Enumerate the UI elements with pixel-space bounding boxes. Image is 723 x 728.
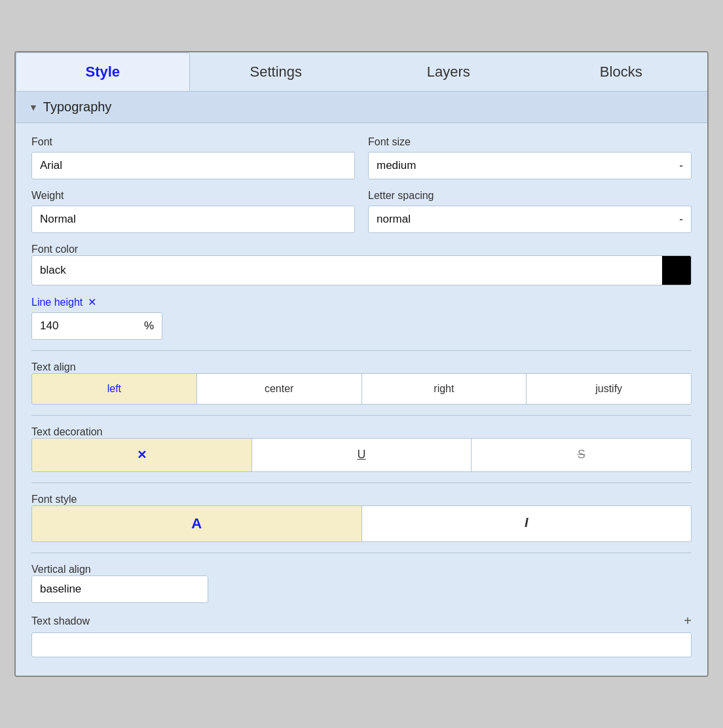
font-size-field-group: Font size medium - [368, 136, 692, 179]
font-label: Font [31, 136, 355, 148]
typography-content: Font Font size medium - Weight Letter sp… [16, 123, 707, 676]
tab-bar: Style Settings Layers Blocks [16, 52, 707, 92]
text-decoration-label: Text decoration [31, 426, 692, 438]
font-style-section: Font style A I [31, 494, 692, 542]
font-color-value: black [32, 257, 662, 283]
divider-2 [31, 415, 692, 416]
section-arrow-icon: ▼ [29, 102, 38, 113]
line-height-label-row: Line height ✕ [31, 296, 692, 308]
deco-strikethrough-button[interactable]: S [472, 439, 691, 471]
line-height-input[interactable]: 140 % [31, 312, 162, 340]
line-height-clear-button[interactable]: ✕ [88, 296, 96, 308]
text-align-label: Text align [31, 361, 692, 373]
vertical-align-section: Vertical align [31, 564, 692, 603]
font-size-value: medium [377, 159, 416, 172]
font-row: Font Font size medium - [31, 136, 692, 179]
tab-settings[interactable]: Settings [190, 53, 363, 91]
align-left-button[interactable]: left [32, 374, 197, 404]
text-shadow-section: Text shadow + [31, 613, 692, 657]
divider-4 [31, 553, 692, 553]
text-shadow-label: Text shadow [31, 615, 90, 627]
text-decoration-buttons: ✕ U S [31, 438, 692, 472]
deco-none-button[interactable]: ✕ [32, 439, 252, 471]
align-justify-button[interactable]: justify [527, 374, 691, 404]
font-color-label: Font color [31, 244, 692, 255]
letter-spacing-input[interactable]: normal - [368, 206, 692, 233]
font-style-label: Font style [31, 494, 692, 505]
align-center-button[interactable]: center [197, 374, 362, 404]
font-field-group: Font [31, 136, 355, 179]
font-style-normal-button[interactable]: A [32, 506, 362, 541]
weight-input[interactable] [31, 206, 355, 233]
color-swatch[interactable] [662, 256, 691, 285]
text-shadow-header: Text shadow + [31, 613, 692, 628]
text-shadow-box [31, 632, 692, 657]
divider-3 [31, 482, 692, 483]
vertical-align-input[interactable] [31, 575, 208, 603]
text-shadow-add-button[interactable]: + [684, 613, 692, 628]
weight-field-group: Weight [31, 190, 355, 233]
font-style-italic-button[interactable]: I [362, 506, 692, 541]
tab-layers[interactable]: Layers [362, 53, 535, 91]
text-align-section: Text align left center right justify [31, 361, 692, 405]
divider-1 [31, 350, 692, 351]
font-style-buttons: A I [31, 505, 692, 542]
letter-spacing-value: normal [377, 213, 411, 226]
text-decoration-section: Text decoration ✕ U S [31, 426, 692, 472]
line-height-label: Line height [31, 297, 83, 308]
font-input[interactable] [31, 152, 355, 179]
letter-spacing-label: Letter spacing [368, 190, 692, 202]
align-right-button[interactable]: right [362, 374, 527, 404]
font-color-section: Font color black [31, 244, 692, 285]
weight-row: Weight Letter spacing normal - [31, 190, 692, 233]
tab-blocks[interactable]: Blocks [535, 53, 708, 91]
text-align-buttons: left center right justify [31, 373, 692, 405]
deco-underline-button[interactable]: U [252, 439, 472, 471]
section-title: Typography [43, 100, 112, 115]
line-height-value: 140 [40, 319, 58, 333]
font-size-label: Font size [368, 136, 692, 148]
font-color-field[interactable]: black [31, 255, 692, 285]
style-panel: Style Settings Layers Blocks ▼ Typograph… [14, 51, 709, 677]
tab-style[interactable]: Style [16, 52, 190, 91]
typography-section-header[interactable]: ▼ Typography [16, 92, 707, 123]
line-height-unit: % [144, 319, 154, 333]
font-size-input[interactable]: medium - [368, 152, 692, 179]
vertical-align-label: Vertical align [31, 564, 692, 575]
line-height-section: Line height ✕ 140 % [31, 296, 692, 340]
weight-label: Weight [31, 190, 355, 202]
letter-spacing-field-group: Letter spacing normal - [368, 190, 692, 233]
letter-spacing-dash: - [679, 213, 683, 226]
font-size-dash: - [679, 159, 683, 172]
